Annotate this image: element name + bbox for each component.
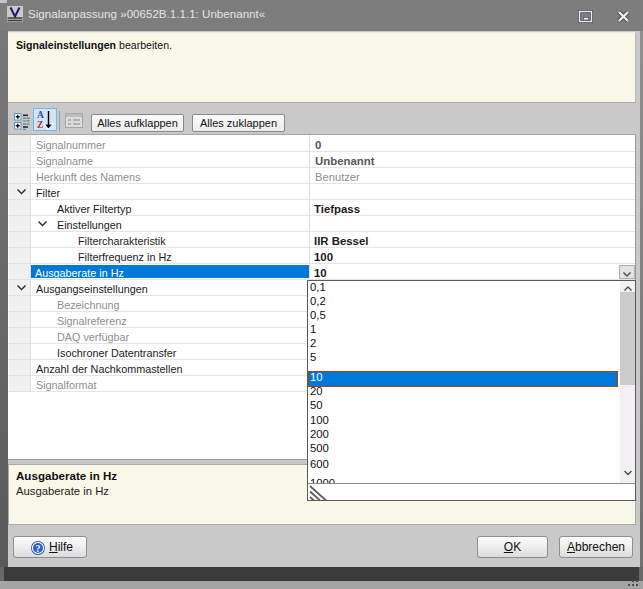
svg-text:?: ? [36, 542, 41, 553]
